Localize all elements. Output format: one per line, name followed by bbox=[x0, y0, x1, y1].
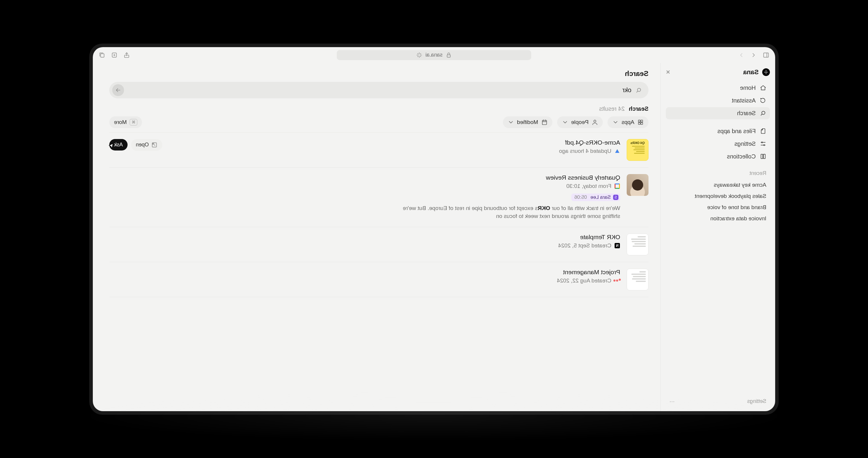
sidebar: Sana ✕ Home Assistant bbox=[660, 63, 775, 411]
result-title: OKR Template bbox=[109, 234, 620, 241]
brand: Sana ✕ bbox=[666, 68, 770, 76]
nav-collections-label: Collections bbox=[727, 153, 756, 160]
open-button[interactable]: Open bbox=[131, 139, 162, 151]
svg-rect-4 bbox=[100, 54, 104, 57]
person-name: Sara Lee bbox=[590, 194, 611, 200]
filter-apps-label: Apps bbox=[622, 119, 634, 126]
result-row[interactable]: OKR Template N Created Sept 5, 2024 bbox=[109, 227, 649, 262]
nav-collections[interactable]: Collections bbox=[666, 151, 770, 163]
chevron-down-icon bbox=[508, 119, 514, 126]
result-thumbnail: Q4 OKRs bbox=[627, 139, 649, 161]
nav-search-label: Search bbox=[737, 110, 756, 117]
search-icon bbox=[760, 110, 766, 116]
svg-rect-16 bbox=[641, 120, 643, 122]
lock-icon bbox=[445, 52, 452, 58]
arrow-right-icon bbox=[115, 87, 121, 93]
result-row[interactable]: Project Management Created Aug 22, 2024 bbox=[109, 262, 649, 297]
result-meta: Created Aug 22, 2024 bbox=[557, 277, 611, 284]
recent-list: Acme key takeaways Sales playbook develo… bbox=[666, 179, 770, 224]
main: Search Search 24 results bbox=[93, 63, 660, 411]
browser-chrome: sana.ai bbox=[93, 47, 775, 63]
sidebar-footer-label[interactable]: Settings bbox=[747, 398, 766, 404]
chat-icon bbox=[760, 97, 766, 104]
tabs-icon[interactable] bbox=[99, 52, 105, 58]
chevron-right-icon[interactable] bbox=[738, 52, 745, 58]
filter-people[interactable]: People bbox=[557, 116, 603, 128]
person-initial-icon: S bbox=[613, 195, 618, 200]
result-meta: From today, 10:30 bbox=[566, 183, 611, 189]
sidebar-footer: Settings ⋯ bbox=[666, 395, 770, 407]
sidebar-toggle-icon[interactable] bbox=[763, 52, 769, 58]
new-tab-icon[interactable] bbox=[111, 52, 118, 58]
filter-modified-label: Modified bbox=[517, 119, 538, 126]
recent-heading: Recent bbox=[670, 170, 766, 176]
brand-name: Sana bbox=[743, 68, 759, 76]
asana-icon bbox=[614, 278, 620, 284]
more-icon[interactable]: ⋯ bbox=[670, 398, 675, 405]
gcal-icon bbox=[614, 183, 620, 189]
result-meta: Updated 4 hours ago bbox=[559, 148, 611, 154]
nav-search[interactable]: Search bbox=[666, 107, 770, 119]
result-row[interactable]: Q4 OKRs Acme-OKRs-Q4.pdf Updated 4 hours… bbox=[109, 132, 649, 167]
result-actions: Open Ask bbox=[109, 139, 162, 161]
address-url: sana.ai bbox=[426, 52, 442, 58]
filter-more[interactable]: ⌘ More bbox=[109, 116, 142, 128]
results-label: Search bbox=[629, 105, 649, 112]
recent-item[interactable]: Invoice data extraction bbox=[666, 213, 770, 224]
svg-point-12 bbox=[764, 144, 765, 146]
person-time: 05:06 bbox=[574, 194, 587, 200]
tablet-frame: sana.ai Sana ✕ bbox=[89, 43, 779, 415]
collections-icon bbox=[760, 153, 766, 160]
svg-point-8 bbox=[767, 72, 768, 72]
sidebar-close-icon[interactable]: ✕ bbox=[666, 69, 670, 75]
open-icon bbox=[151, 142, 158, 148]
home-icon bbox=[760, 85, 766, 91]
svg-rect-1 bbox=[447, 55, 451, 57]
svg-point-7 bbox=[766, 73, 767, 74]
ask-button[interactable]: Ask bbox=[109, 139, 128, 151]
notion-icon: N bbox=[614, 243, 620, 249]
svg-rect-14 bbox=[761, 154, 763, 159]
results-list: Q4 OKRs Acme-OKRs-Q4.pdf Updated 4 hours… bbox=[109, 132, 649, 297]
result-snippet: We're in track with all of our OKRs exce… bbox=[396, 204, 620, 220]
chevron-left-icon[interactable] bbox=[750, 52, 757, 58]
svg-rect-19 bbox=[639, 122, 640, 124]
svg-point-9 bbox=[764, 72, 765, 72]
address-bar[interactable]: sana.ai bbox=[337, 50, 531, 60]
svg-rect-0 bbox=[764, 53, 769, 57]
result-avatar bbox=[627, 174, 649, 196]
svg-point-11 bbox=[762, 142, 763, 143]
svg-rect-18 bbox=[641, 122, 643, 124]
nav-home[interactable]: Home bbox=[666, 82, 770, 94]
svg-point-6 bbox=[766, 70, 767, 71]
filter-people-label: People bbox=[571, 119, 589, 126]
nav-settings[interactable]: Settings bbox=[666, 138, 770, 150]
recent-item[interactable]: Acme key takeaways bbox=[666, 179, 770, 191]
nav-files[interactable]: Files and apps bbox=[666, 125, 770, 137]
person-icon bbox=[592, 119, 598, 126]
search-bar[interactable] bbox=[109, 82, 649, 98]
search-input[interactable] bbox=[128, 86, 631, 94]
chevron-down-icon bbox=[612, 119, 619, 126]
recent-item[interactable]: Sales playbook development bbox=[666, 191, 770, 202]
files-icon bbox=[760, 128, 766, 134]
ask-label: Ask bbox=[114, 142, 123, 148]
svg-rect-17 bbox=[639, 120, 640, 122]
result-title: Project Management bbox=[109, 269, 620, 276]
results-count: 24 results bbox=[599, 105, 625, 112]
filters: Apps People Modified bbox=[109, 116, 649, 128]
submit-search-button[interactable] bbox=[112, 84, 124, 96]
keyboard-hint-icon: ⌘ bbox=[130, 119, 137, 126]
filter-modified[interactable]: Modified bbox=[503, 116, 553, 128]
filter-apps[interactable]: Apps bbox=[608, 116, 649, 128]
person-chip[interactable]: S Sara Lee 05:06 bbox=[571, 194, 620, 201]
screen: sana.ai Sana ✕ bbox=[93, 47, 775, 411]
recent-item[interactable]: Brand and tone of voice bbox=[666, 202, 770, 213]
brand-logo-icon bbox=[762, 68, 770, 76]
result-thumbnail bbox=[627, 269, 649, 290]
nav-assistant[interactable]: Assistant bbox=[666, 95, 770, 107]
result-row[interactable]: Quarterly Business Review From today, 10… bbox=[109, 167, 649, 227]
filter-more-label: More bbox=[114, 119, 127, 126]
share-icon[interactable] bbox=[123, 52, 130, 58]
result-meta: Created Sept 5, 2024 bbox=[558, 242, 611, 249]
